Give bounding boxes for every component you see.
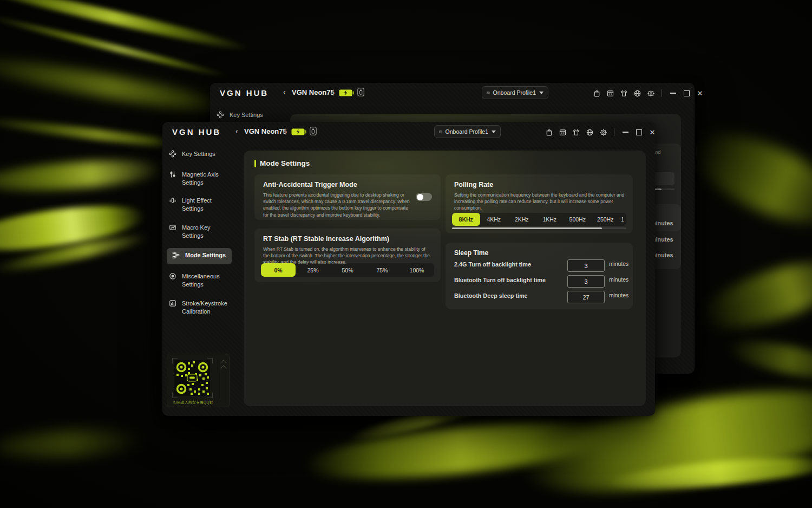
- light-streak: [606, 452, 812, 495]
- maximize-button[interactable]: [634, 128, 643, 136]
- globe-icon[interactable]: [585, 128, 594, 136]
- page-title-accent-bar: [254, 160, 256, 167]
- gear-icon[interactable]: [646, 89, 655, 97]
- sidebar-item-label: Key Settings: [230, 111, 274, 119]
- front-titlebar-icons: ✕: [545, 128, 657, 136]
- polling-option-4khz[interactable]: 4KHz: [480, 213, 508, 226]
- profile-chip-icon: [487, 89, 490, 96]
- sleep-row-label: 2.4G Turn off backlight time: [454, 261, 531, 268]
- sidebar-item-label: Key Settings: [182, 150, 226, 158]
- key-settings-icon: [217, 111, 224, 121]
- light-streak: [695, 249, 812, 342]
- polling-option-overflow[interactable]: 1: [619, 213, 626, 226]
- sleep-row-24g: 2.4G Turn off backlight time 3 minutes: [454, 259, 625, 271]
- close-button[interactable]: ✕: [648, 128, 657, 136]
- anti-accidental-description: This feature prevents accidental trigger…: [263, 192, 412, 218]
- sidebar-item-label: Mode Settings: [185, 251, 226, 259]
- sleep-24g-input[interactable]: 3: [567, 259, 605, 272]
- polling-option-250hz[interactable]: 250Hz: [592, 213, 620, 226]
- anti-accidental-toggle[interactable]: [416, 193, 432, 201]
- sleep-row-label: Bluetooth Turn off backlight time: [454, 277, 546, 283]
- sidebar-item-mode-settings[interactable]: Mode Settings: [167, 248, 232, 264]
- calendar-icon[interactable]: [558, 128, 567, 136]
- sleep-row-unit: minutes: [609, 261, 628, 267]
- tshirt-icon[interactable]: [572, 128, 580, 136]
- rt-stab-option-100[interactable]: 100%: [400, 263, 434, 277]
- sidebar-item-macro-key-settings[interactable]: Macro Key Settings: [169, 224, 226, 239]
- polling-rate-description: Setting the communication frequency betw…: [454, 192, 625, 212]
- sidebar-item-light-effect-settings[interactable]: Light Effect Settings: [169, 197, 226, 212]
- device-name: VGN Neon75: [244, 127, 287, 135]
- light-streak: [680, 116, 812, 242]
- sidebar-item-miscellaneous-settings[interactable]: Miscellaneous Settings: [169, 272, 226, 288]
- light-streak: [0, 427, 147, 461]
- sleep-bt-deep-input[interactable]: 27: [567, 291, 605, 303]
- mode-settings-panel: Mode Settings Anti-Accidental Trigger Mo…: [244, 151, 646, 406]
- sidebar-item-stroke-calibration[interactable]: Stroke/Keystroke Calibration: [169, 299, 226, 315]
- globe-icon[interactable]: [633, 89, 641, 97]
- titlebar-separator: [662, 89, 662, 97]
- close-button[interactable]: ✕: [696, 89, 704, 97]
- calendar-icon[interactable]: [606, 89, 614, 97]
- stroke-calibration-icon: [169, 299, 176, 309]
- polling-rate-options: 8KHz 4KHz 2KHz 1KHz 500Hz 250Hz 1: [452, 213, 626, 226]
- rt-stab-options: 0% 25% 50% 75% 100%: [261, 263, 434, 277]
- back-arrow-icon[interactable]: ‹: [283, 88, 286, 96]
- gear-icon[interactable]: [599, 128, 607, 136]
- bag-icon[interactable]: [592, 89, 601, 97]
- sleep-bt-backlight-input[interactable]: 3: [567, 275, 605, 288]
- light-streak: [0, 0, 252, 55]
- profile-selector[interactable]: Onboard Profile1: [434, 125, 501, 138]
- light-effect-icon: [169, 197, 176, 206]
- sidebar-item-label: Light Effect Settings: [182, 197, 226, 212]
- tshirt-icon[interactable]: [619, 89, 628, 97]
- bag-icon[interactable]: [545, 128, 553, 136]
- anti-accidental-card: Anti-Accidental Trigger Mode This featur…: [254, 174, 441, 220]
- polling-option-500hz[interactable]: 500Hz: [564, 213, 592, 226]
- light-streak: [0, 11, 230, 80]
- light-streak: [0, 156, 168, 195]
- rt-stab-title: RT Stab (RT Stable Increase Algorithm): [263, 235, 432, 243]
- rt-stab-option-0[interactable]: 0%: [261, 263, 296, 277]
- battery-charge-icon: [339, 89, 354, 99]
- profile-label: Onboard Profile1: [493, 89, 536, 96]
- rt-stab-option-50[interactable]: 50%: [330, 263, 365, 277]
- sleep-time-title: Sleep Time: [454, 249, 624, 257]
- qr-plate: 扫码进入商贸专属QQ群: [167, 354, 230, 407]
- magnetic-axis-icon: [169, 171, 176, 180]
- polling-option-1khz[interactable]: 1KHz: [536, 213, 564, 226]
- profile-chip-icon: [439, 128, 442, 135]
- back-titlebar-icons: ✕: [592, 89, 704, 97]
- minimize-button[interactable]: [621, 128, 630, 136]
- profile-label: Onboard Profile1: [446, 128, 488, 135]
- sidebar-item-key-settings[interactable]: Key Settings: [169, 150, 226, 160]
- light-streak: [0, 198, 148, 259]
- device-battery-icon: [357, 88, 364, 99]
- sleep-row-bt-backlight: Bluetooth Turn off backlight time 3 minu…: [454, 275, 625, 286]
- polling-rate-card: Polling Rate Setting the communication f…: [446, 174, 633, 233]
- polling-option-8khz[interactable]: 8KHz: [452, 213, 480, 226]
- sidebar-item-label: Macro Key Settings: [182, 224, 226, 239]
- light-streak: [724, 334, 812, 387]
- titlebar-divider: |: [332, 88, 334, 96]
- device-battery-icon: [310, 127, 317, 138]
- minimize-button[interactable]: [669, 89, 677, 97]
- sleep-row-unit: minutes: [609, 277, 628, 283]
- maximize-button[interactable]: [682, 89, 691, 97]
- polling-rate-scrollbar[interactable]: [452, 227, 626, 229]
- macro-key-icon: [169, 224, 176, 233]
- page-title: Mode Settings: [254, 159, 310, 167]
- light-streak: [302, 411, 619, 490]
- rt-stab-option-75[interactable]: 75%: [365, 263, 400, 277]
- sleep-row-label: Bluetooth Deep sleep time: [454, 292, 528, 299]
- profile-selector[interactable]: Onboard Profile1: [482, 86, 548, 99]
- battery-charge-icon: [291, 128, 306, 138]
- sidebar-item-magnetic-axis-settings[interactable]: Magnetic Axis Settings: [169, 171, 226, 186]
- qr-caption: 扫码进入商贸专属QQ群: [167, 400, 219, 405]
- sidebar-item-key-settings[interactable]: Key Settings: [217, 111, 274, 121]
- back-arrow-icon[interactable]: ‹: [235, 127, 238, 135]
- anti-accidental-title: Anti-Accidental Trigger Mode: [263, 181, 432, 188]
- rt-stab-option-25[interactable]: 25%: [296, 263, 330, 277]
- polling-option-2khz[interactable]: 2KHz: [508, 213, 536, 226]
- sleep-row-unit: minutes: [609, 292, 628, 298]
